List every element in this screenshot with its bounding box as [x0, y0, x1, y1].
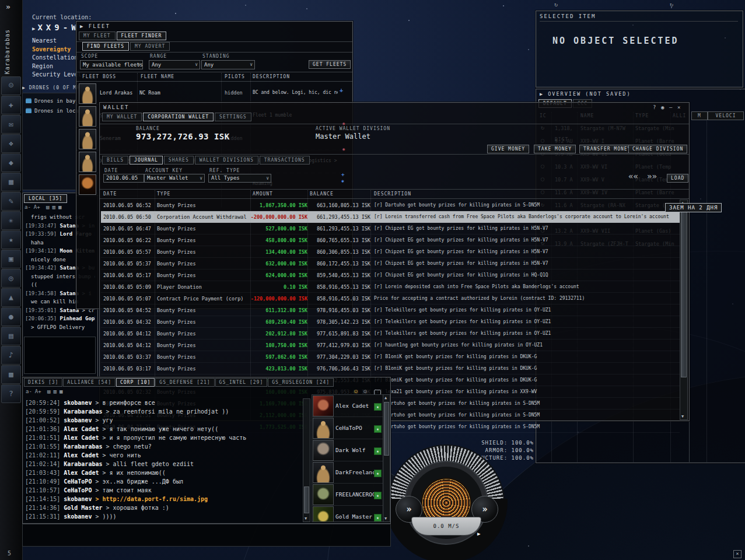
member-row[interactable]: FREELANCEROG★ — [312, 484, 383, 506]
character-sheet-icon[interactable]: ☺ — [1, 76, 21, 95]
pager-prev-icon[interactable]: «« — [628, 172, 638, 181]
people-icon[interactable]: ◉ — [342, 147, 345, 152]
journal-row[interactable]: 2010.06.05 05:17Bounty Prizes624,000.00 … — [101, 270, 680, 281]
journal-row[interactable]: 2010.06.05 06:22Bounty Prizes458,800.00 … — [101, 235, 680, 246]
member-row[interactable]: DarkFreelancerog★ — [312, 461, 383, 484]
col-amount[interactable]: AMOUNT — [253, 191, 273, 197]
tab-journal[interactable]: JOURNAL — [130, 156, 163, 164]
chat-tab-alliance-54[interactable]: ALLIANCE [54] — [63, 378, 116, 387]
scroll-down-icon[interactable]: ▼ — [681, 414, 684, 419]
compact-view-icon[interactable]: ▥ — [54, 388, 57, 394]
journal-row[interactable]: 2010.06.05 03:17Bounty Prizes423,813.00 … — [101, 363, 680, 374]
wildcard-icon[interactable]: ✱ — [341, 178, 344, 184]
font-smaller-button[interactable]: a- — [25, 204, 31, 210]
font-larger-button[interactable]: A+ — [34, 204, 40, 210]
standing-dropdown[interactable]: Any∨ — [201, 60, 255, 69]
journal-row[interactable]: 2010.06.05 05:57Bounty Prizes134,400.00 … — [101, 246, 680, 258]
scroll-down-icon[interactable]: ▼ — [305, 516, 307, 521]
tab-wallet-divisions[interactable]: WALLET DIVISIONS — [195, 156, 258, 164]
take-money-button[interactable]: TAKE MONEY — [534, 145, 576, 153]
contracts-icon[interactable]: ✎ — [1, 192, 21, 211]
mail-icon[interactable]: ✉ — [1, 115, 21, 134]
fitting-icon[interactable]: ❖ — [1, 134, 21, 153]
scrollbar-thumb[interactable] — [384, 402, 389, 456]
chat-tab-gs-ruslegion-24[interactable]: GS_RUSLEGION [24] — [268, 378, 334, 387]
member-row[interactable]: CeHaToPO★ — [312, 417, 383, 439]
skills-icon[interactable]: ✚ — [1, 96, 21, 114]
help-icon[interactable]: ? — [653, 104, 656, 110]
people-icon[interactable]: ◉ — [342, 121, 345, 126]
journal-row[interactable]: 2010.06.05 05:37Bounty Prizes632,000.00 … — [101, 258, 680, 270]
jukebox-icon[interactable]: ♪ — [1, 346, 21, 365]
add-filter-icon[interactable]: + — [341, 172, 344, 177]
col-date[interactable]: DATE — [103, 191, 117, 197]
journal-row[interactable]: 2010.06.05 04:12Bounty Prizes202,912.80 … — [101, 328, 680, 340]
speed-gauge[interactable]: 0.0 M/S — [411, 517, 481, 536]
journal-row[interactable]: 2010.06.05 05:07Contract Price Payment (… — [101, 293, 680, 304]
journal-row[interactable]: 2010.06.05 04:32Bounty Prizes689,250.40 … — [101, 316, 680, 328]
neocom-expand-icon[interactable]: » — [6, 2, 11, 11]
date-field[interactable]: 2010.06.05 — [103, 174, 144, 183]
pager-next-icon[interactable]: »» — [647, 172, 657, 181]
tab-my-advert[interactable]: MY ADVERT — [130, 42, 170, 51]
journal-row[interactable]: 2010.06.05 06:52Bounty Prizes1,867,350.0… — [101, 200, 680, 211]
range-dropdown[interactable]: Any∨ — [149, 60, 200, 69]
tab-corporation-wallet[interactable]: CORPORATION WALLET — [143, 113, 214, 121]
alliance-icon[interactable]: ▲ — [1, 288, 21, 307]
overview-title[interactable]: ▶ OVERVIEW (NOT SAVED) — [540, 91, 631, 97]
tab-transactions[interactable]: TRANSACTIONS — [260, 156, 310, 164]
col-velocity[interactable]: VELOCI — [708, 111, 744, 120]
member-row[interactable]: Alex Cadet★ — [312, 395, 383, 417]
grid-view-icon[interactable]: ▦ — [58, 204, 61, 210]
standings-icon[interactable]: ★ — [1, 230, 21, 249]
scope-dropdown[interactable]: My available fleets∨ — [80, 60, 143, 69]
tab-my-fleet[interactable]: MY FLEET — [79, 32, 116, 40]
ref-type-dropdown[interactable]: All Types∨ — [208, 174, 271, 183]
scroll-up-icon[interactable]: ▲ — [384, 396, 387, 400]
chat-tab-gs-defense-21[interactable]: GS_DEFENSE [21] — [155, 378, 214, 387]
local-chat-input[interactable] — [24, 337, 96, 374]
calculator-icon[interactable]: ▩ — [1, 365, 21, 384]
map-icon[interactable]: ✳ — [1, 211, 21, 230]
tab-local[interactable]: LOCAL [35] — [24, 194, 67, 203]
scroll-down-icon[interactable]: ▼ — [384, 516, 387, 521]
journal-row[interactable]: 2010.06.05 04:12Bounty Prizes108,750.00 … — [101, 340, 680, 351]
help-icon[interactable]: ? — [1, 384, 21, 403]
grid-view-icon[interactable]: ▦ — [60, 388, 62, 394]
wallet-vault-icon[interactable]: ▣ — [1, 250, 21, 268]
give-money-button[interactable]: GIVE MONEY — [487, 145, 529, 153]
play-icon[interactable]: ▶ — [477, 531, 480, 537]
window-anchor-icon[interactable]: ↻ — [670, 1, 673, 8]
col-type[interactable]: TYPE — [157, 191, 170, 197]
member-row[interactable]: Dark Wolf★ — [312, 439, 383, 461]
chat-tab-dikis-3[interactable]: DIKIS [3] — [24, 378, 62, 387]
scrollbar-thumb[interactable] — [681, 207, 687, 377]
list-view-icon[interactable]: ▤ — [46, 204, 49, 210]
join-fleet-icon[interactable]: + — [340, 87, 343, 93]
transfer-money-button[interactable]: TRANSFER MONEY — [579, 145, 635, 153]
tab-shares[interactable]: SHARES — [164, 156, 194, 164]
assets-icon[interactable]: ▦ — [1, 173, 21, 191]
chat-scrollbar[interactable]: ▼ — [303, 398, 310, 522]
tab-fleet-finder[interactable]: FLEET FINDER — [117, 32, 167, 40]
chat-tab-gs-intel-29[interactable]: GS_INTEL [29] — [215, 378, 268, 387]
currency-icon[interactable]: ◎ — [1, 269, 21, 288]
pin-icon[interactable]: ◉ — [661, 104, 664, 110]
col-fleet-boss[interactable]: FLEET BOSS — [82, 74, 116, 79]
change-division-button[interactable]: CHANGE DIVISION — [628, 145, 687, 153]
account-key-dropdown[interactable]: Master Wallet∨ — [144, 174, 205, 183]
col-fleet-name[interactable]: FLEET NAME — [141, 74, 174, 79]
chat-input-field[interactable] — [22, 524, 391, 547]
col-description[interactable]: DESCRIPTION — [374, 191, 411, 197]
journal-row[interactable]: 2010.06.05 06:47Bounty Prizes527,800.00 … — [101, 223, 680, 235]
member-row[interactable]: Gold Master★ — [312, 506, 383, 522]
col-description[interactable]: DESCRIPTION — [253, 74, 290, 79]
close-icon[interactable]: × — [677, 104, 680, 110]
font-smaller-button[interactable]: a- — [26, 388, 32, 394]
browser-icon[interactable]: ● — [1, 307, 21, 326]
journal-row[interactable]: 2010.06.05 05:09Player Donation0.10 ISK8… — [101, 281, 680, 293]
font-larger-button[interactable]: A+ — [35, 388, 41, 394]
col-pilots[interactable]: PILOTS — [225, 74, 245, 79]
compact-view-icon[interactable]: ▥ — [53, 204, 55, 210]
list-view-icon[interactable]: ▤ — [47, 388, 50, 394]
